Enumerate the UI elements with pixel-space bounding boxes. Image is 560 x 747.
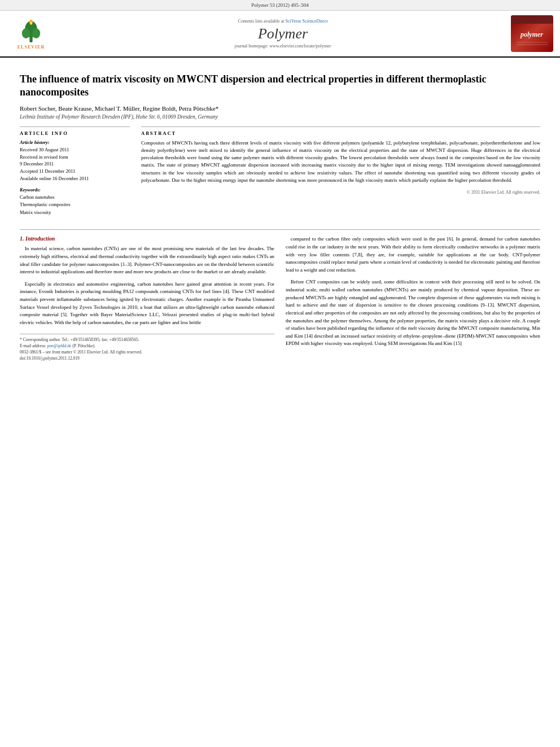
issn-line: 0032-3861/$ – see front matter © 2011 El… <box>20 349 274 355</box>
article-title: The influence of matrix viscosity on MWC… <box>20 73 540 99</box>
polymer-logo: polymer <box>511 15 553 52</box>
page: Polymer 53 (2012) 495–504 ELSEVIER Cont <box>0 0 560 747</box>
keywords-section: Keywords: Carbon nanotubes Thermoplastic… <box>20 187 130 217</box>
right-para-2: Before CNT composites can be widely used… <box>286 278 540 348</box>
corresponding-author: * Corresponding author. Tel.: +49/351465… <box>20 337 274 343</box>
right-para-2-text: Before CNT composites can be widely used… <box>286 278 540 348</box>
copyright: © 2011 Elsevier Ltd. All rights reserved… <box>141 187 540 195</box>
abstract-text: Composites of MWCNTs having each three d… <box>141 139 540 184</box>
keyword-1: Carbon nanotubes <box>20 194 130 202</box>
svg-rect-8 <box>511 15 553 24</box>
intro-para-2: Especially in electronics and automotive… <box>20 281 274 327</box>
authors: Robert Socher, Beate Krause, Michael T. … <box>20 105 540 112</box>
doi-line: doi:10.1016/j.polymer.2011.12.019 <box>20 355 274 361</box>
keywords-label: Keywords: <box>20 187 130 193</box>
main-content: The influence of matrix viscosity on MWC… <box>0 58 560 370</box>
received-date: Received 30 August 2011 <box>20 146 130 154</box>
email-suffix: (P. Pötschke). <box>72 343 95 348</box>
body-right-col: compared to the carbon fibre only compos… <box>286 235 540 361</box>
body-content: 1. Introduction In material science, car… <box>20 235 540 361</box>
svg-point-6 <box>30 21 32 24</box>
affiliation: Leibniz Institute of Polymer Research Dr… <box>20 114 540 120</box>
sciverse-text: Contents lists available at SciVerse Sci… <box>238 19 328 24</box>
keyword-3: Matrix viscosity <box>20 209 130 217</box>
received-revised-label: Received in revised form <box>20 154 130 161</box>
available-date: Available online 16 December 2011 <box>20 175 130 182</box>
polymer-logo-image: polymer <box>511 15 553 52</box>
keyword-2: Thermoplastic composites <box>20 201 130 209</box>
elsevier-tree-icon <box>14 18 48 43</box>
email-label: E-mail address: <box>20 343 47 348</box>
received-revised-date: 9 December 2011 <box>20 160 130 168</box>
body-left-col: 1. Introduction In material science, car… <box>20 235 274 361</box>
polymer-logo-box: polymer <box>509 15 554 52</box>
journal-header: ELSEVIER Contents lists available at Sci… <box>0 11 560 58</box>
intro-para-1-text: In material science, carbon nanotubes (C… <box>20 245 274 276</box>
accepted-date: Accepted 11 December 2011 <box>20 168 130 175</box>
footnotes: * Corresponding author. Tel.: +49/351465… <box>20 334 274 362</box>
elsevier-label: ELSEVIER <box>18 45 45 50</box>
svg-text:polymer: polymer <box>520 30 543 38</box>
right-para-1: compared to the carbon fibre only compos… <box>286 235 540 274</box>
issue-info: Polymer 53 (2012) 495–504 <box>251 2 309 8</box>
svg-rect-1 <box>30 40 32 42</box>
svg-point-4 <box>32 28 40 38</box>
abstract-col: ABSTRACT Composites of MWCNTs having eac… <box>141 126 540 221</box>
right-para-1-text: compared to the carbon fibre only compos… <box>286 235 540 274</box>
journal-name: Polymer <box>258 25 308 42</box>
section-divider <box>20 229 540 230</box>
intro-para-2-text: Especially in electronics and automotive… <box>20 281 274 327</box>
abstract-label: ABSTRACT <box>141 130 540 136</box>
intro-para-1: In material science, carbon nanotubes (C… <box>20 245 274 276</box>
email-address[interactable]: poe@ipfdd.de <box>47 343 72 348</box>
intro-heading: 1. Introduction <box>20 235 274 242</box>
elsevier-logo: ELSEVIER <box>6 15 56 52</box>
article-info-label: ARTICLE INFO <box>20 130 130 136</box>
article-history: Article history: Received 30 August 2011… <box>20 139 130 182</box>
article-info-col: ARTICLE INFO Article history: Received 3… <box>20 126 130 221</box>
email-line: E-mail address: poe@ipfdd.de (P. Pötschk… <box>20 343 274 349</box>
top-bar: Polymer 53 (2012) 495–504 <box>0 0 560 11</box>
svg-point-3 <box>22 28 30 38</box>
author-names: Robert Socher, Beate Krause, Michael T. … <box>20 105 218 112</box>
history-label: Article history: <box>20 139 130 145</box>
sciverse-link-text[interactable]: SciVerse ScienceDirect <box>286 19 328 24</box>
journal-center: Contents lists available at SciVerse Sci… <box>62 15 504 52</box>
sciverse-prefix: Contents lists available at <box>238 19 286 24</box>
article-meta-section: ARTICLE INFO Article history: Received 3… <box>20 126 540 221</box>
journal-homepage: journal homepage: www.elsevier.com/locat… <box>235 43 331 49</box>
